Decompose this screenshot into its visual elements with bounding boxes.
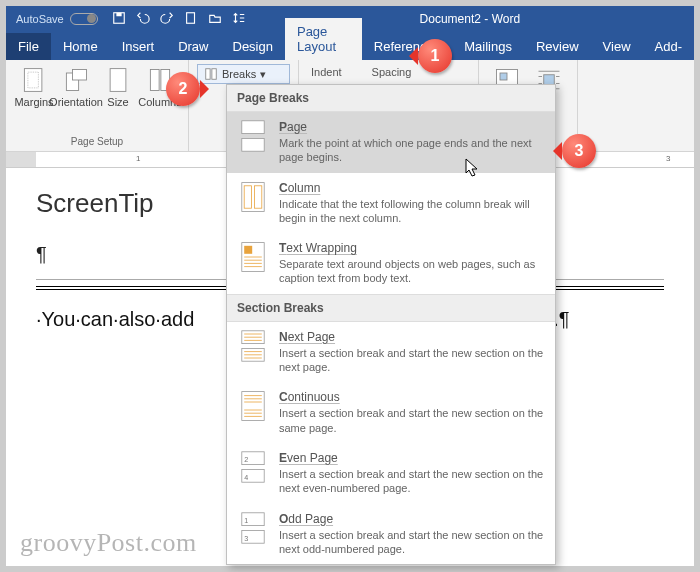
toggle-switch-off-icon[interactable] <box>70 13 98 25</box>
menu-item-title: Continuous <box>279 390 340 404</box>
svg-rect-17 <box>242 182 264 211</box>
tab-home[interactable]: Home <box>51 33 110 60</box>
menu-item-title: Page <box>279 120 307 134</box>
menu-item-title: Odd Page <box>279 512 333 526</box>
group-label-page-setup: Page Setup <box>14 134 180 149</box>
svg-rect-1 <box>116 13 121 17</box>
ruler-tick: 3 <box>666 154 670 163</box>
svg-rect-16 <box>242 138 264 151</box>
callout-3: 3 <box>562 134 596 168</box>
menu-item-desc: Insert a section break and start the new… <box>279 406 545 435</box>
menu-header-page-breaks: Page Breaks <box>227 85 555 112</box>
menu-item-desc: Insert a section break and start the new… <box>279 346 545 375</box>
menu-item-desc: Mark the point at which one page ends an… <box>279 136 545 165</box>
tab-review[interactable]: Review <box>524 33 591 60</box>
redo-icon[interactable] <box>160 11 174 27</box>
callout-1: 1 <box>418 39 452 73</box>
svg-rect-11 <box>212 69 216 80</box>
tab-addins[interactable]: Add- <box>643 33 694 60</box>
menu-item-title: Even Page <box>279 451 338 465</box>
tab-insert[interactable]: Insert <box>110 33 167 60</box>
cursor-icon <box>465 158 479 178</box>
menu-item-title: Text Wrapping <box>279 241 357 255</box>
svg-rect-6 <box>73 70 87 81</box>
text-wrapping-icon <box>237 241 269 273</box>
orientation-button[interactable]: Orientation <box>56 64 96 110</box>
size-label: Size <box>107 96 128 108</box>
indent-label: Indent <box>311 66 342 78</box>
ribbon-tabs: File Home Insert Draw Design Page Layout… <box>6 32 694 60</box>
svg-rect-8 <box>150 70 159 91</box>
chevron-down-icon: ▾ <box>260 68 266 81</box>
page-break-icon <box>237 120 269 152</box>
odd-page-icon: 13 <box>237 512 269 544</box>
column-break-icon <box>237 181 269 213</box>
undo-icon[interactable] <box>136 11 150 27</box>
open-icon[interactable] <box>208 11 222 27</box>
menu-item-continuous[interactable]: ContinuousInsert a section break and sta… <box>227 382 555 443</box>
margins-button[interactable]: Margins <box>14 64 54 110</box>
menu-item-page[interactable]: PageMark the point at which one page end… <box>227 112 555 173</box>
tab-draw[interactable]: Draw <box>166 33 220 60</box>
svg-rect-7 <box>110 69 126 92</box>
ruler-tick: 1 <box>136 154 140 163</box>
svg-rect-13 <box>500 73 507 80</box>
next-page-icon <box>237 330 269 362</box>
menu-item-next-page[interactable]: Next PageInsert a section break and star… <box>227 322 555 383</box>
even-page-icon: 24 <box>237 451 269 483</box>
svg-rect-10 <box>206 69 210 80</box>
quick-access-toolbar <box>112 11 246 27</box>
svg-rect-15 <box>242 121 264 134</box>
menu-item-title: Next Page <box>279 330 335 344</box>
svg-rect-2 <box>186 13 194 24</box>
tab-file[interactable]: File <box>6 33 51 60</box>
menu-item-desc: Separate text around objects on web page… <box>279 257 545 286</box>
spacing-icon[interactable] <box>232 11 246 27</box>
callout-2: 2 <box>166 72 200 106</box>
menu-item-desc: Insert a section break and start the new… <box>279 467 545 496</box>
breaks-dropdown: Page Breaks PageMark the point at which … <box>226 84 556 565</box>
watermark-text: groovyPost.com <box>20 528 197 558</box>
menu-header-section-breaks: Section Breaks <box>227 294 555 322</box>
body-fragment-left: ·You·can·also·add <box>36 308 194 330</box>
menu-item-title: Column <box>279 181 320 195</box>
svg-rect-21 <box>244 246 252 254</box>
menu-item-desc: Insert a section break and start the new… <box>279 528 545 557</box>
menu-item-desc: Indicate that the text following the col… <box>279 197 545 226</box>
tab-design[interactable]: Design <box>221 33 285 60</box>
autosave-toggle[interactable]: AutoSave <box>16 13 98 25</box>
svg-text:4: 4 <box>244 473 248 482</box>
menu-item-odd-page[interactable]: 13 Odd PageInsert a section break and st… <box>227 504 555 565</box>
breaks-label: Breaks <box>222 68 256 80</box>
autosave-label: AutoSave <box>16 13 64 25</box>
margins-label: Margins <box>14 96 53 108</box>
svg-text:2: 2 <box>244 455 248 464</box>
tab-view[interactable]: View <box>591 33 643 60</box>
svg-text:1: 1 <box>244 516 248 525</box>
orientation-label: Orientation <box>49 96 103 108</box>
save-icon[interactable] <box>112 11 126 27</box>
tab-mailings[interactable]: Mailings <box>452 33 524 60</box>
tab-page-layout[interactable]: Page Layout <box>285 18 362 60</box>
svg-text:3: 3 <box>244 533 248 542</box>
new-icon[interactable] <box>184 11 198 27</box>
menu-item-column[interactable]: ColumnIndicate that the text following t… <box>227 173 555 234</box>
menu-item-text-wrapping[interactable]: Text WrappingSeparate text around object… <box>227 233 555 294</box>
size-button[interactable]: Size <box>98 64 138 110</box>
continuous-icon <box>237 390 269 422</box>
group-page-setup: Margins Orientation Size Columns Page Se… <box>6 60 189 151</box>
menu-item-even-page[interactable]: 24 Even PageInsert a section break and s… <box>227 443 555 504</box>
spacing-label: Spacing <box>372 66 412 78</box>
